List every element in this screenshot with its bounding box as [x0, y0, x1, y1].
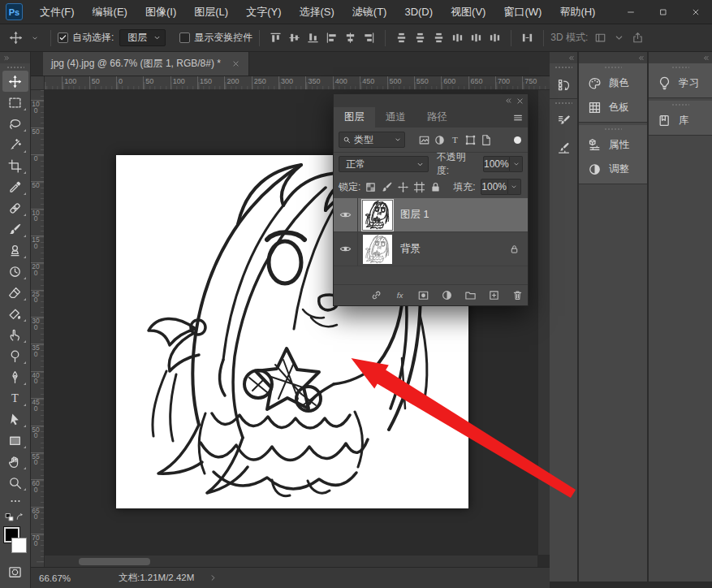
fill-field[interactable]: 100%	[481, 179, 508, 195]
align-horizontal-centers-icon[interactable]	[341, 28, 360, 48]
menu-item-l[interactable]: 图层(L)	[185, 0, 237, 24]
layer-thumbnail[interactable]	[363, 235, 392, 264]
panel-tab-color[interactable]: 颜色	[579, 71, 647, 95]
layer-filter-type-dropdown[interactable]: 类型	[339, 132, 405, 148]
auto-select-checkbox[interactable]	[58, 32, 68, 43]
distribute-vertical-centers-icon[interactable]	[411, 28, 429, 48]
align-left-edges-icon[interactable]	[322, 28, 341, 48]
horizontal-ruler[interactable]: 1005005010015020025030035040045050055060…	[45, 76, 550, 89]
delete-layer-icon[interactable]	[509, 288, 525, 304]
adjustment-layer-icon[interactable]	[438, 288, 455, 304]
filter-toggle-icon[interactable]	[514, 136, 521, 144]
history-brush-tool[interactable]	[2, 261, 28, 282]
document-tab[interactable]: jpg (4).jpg @ 66.7% (图层 1, RGB/8#) *	[43, 52, 249, 76]
align-top-edges-icon[interactable]	[266, 28, 285, 48]
dock-collapse[interactable]	[579, 52, 647, 63]
ruler-corner[interactable]	[31, 76, 45, 89]
layer-mask-icon[interactable]	[415, 288, 431, 304]
quick-mask-button[interactable]	[2, 561, 28, 582]
align-right-edges-icon[interactable]	[360, 28, 378, 48]
layers-panel-empty-area[interactable]	[334, 266, 528, 284]
panel-tab-learn[interactable]: 学习	[649, 71, 712, 95]
lock-transparency-icon[interactable]	[362, 179, 378, 195]
distribute-top-edges-icon[interactable]	[392, 28, 411, 48]
layers-panel-tab[interactable]: 路径	[416, 107, 458, 128]
distribute-left-edges-icon[interactable]	[448, 28, 467, 48]
history-panel-button[interactable]	[550, 71, 577, 98]
link-layers-icon[interactable]	[368, 288, 384, 304]
zoom-level-field[interactable]: 66.67%	[39, 573, 96, 583]
horizontal-scrollbar[interactable]	[45, 555, 537, 567]
hand-tool[interactable]	[2, 451, 28, 472]
menu-item-v[interactable]: 视图(V)	[442, 0, 494, 24]
toolbar-grip[interactable]	[6, 66, 24, 69]
brushes-panel-button[interactable]	[550, 134, 577, 162]
layer-styles-icon[interactable]: fx	[391, 288, 408, 304]
hamburger-icon[interactable]	[512, 112, 524, 123]
chevron-down-icon[interactable]	[25, 28, 44, 48]
visibility-eye-icon[interactable]	[334, 198, 358, 231]
vertical-scrollbar[interactable]	[537, 90, 550, 555]
align-bottom-edges-icon[interactable]	[304, 28, 322, 48]
dock-grip[interactable]	[671, 103, 689, 106]
dock-grip[interactable]	[554, 66, 572, 69]
new-layer-icon[interactable]	[485, 288, 502, 304]
panel-tab-libraries[interactable]: 库	[649, 108, 712, 132]
menu-item-w[interactable]: 窗口(W)	[494, 0, 550, 24]
dock-grip[interactable]	[554, 102, 572, 105]
panel-tab-adjustments[interactable]: 调整	[579, 157, 647, 181]
pixel-layers-icon[interactable]	[416, 132, 432, 148]
panel-tab-swatches[interactable]: 色板	[579, 95, 647, 119]
paint-bucket-tool[interactable]	[2, 303, 28, 324]
vertical-ruler[interactable]: 1005005010015020025030035040045050055060…	[31, 90, 45, 567]
brush-settings-panel-button[interactable]	[550, 106, 577, 134]
lasso-tool[interactable]	[2, 113, 28, 134]
shape-layers-icon[interactable]	[463, 132, 478, 148]
layer-group-icon[interactable]	[462, 288, 478, 304]
brush-tool[interactable]	[2, 218, 28, 240]
menu-item-t[interactable]: 滤镜(T)	[343, 0, 396, 24]
visibility-eye-icon[interactable]	[334, 232, 358, 266]
pen-tool[interactable]	[2, 366, 28, 387]
zoom-tool[interactable]	[2, 472, 28, 493]
eyedropper-tool[interactable]	[2, 176, 28, 197]
edit-toolbar-button[interactable]	[2, 493, 28, 509]
lock-artboard-icon[interactable]	[411, 179, 427, 195]
panel-tab-properties[interactable]: 属性	[579, 132, 647, 157]
layer-row[interactable]: 图层 1	[334, 198, 528, 232]
double-chevron-left-icon[interactable]	[504, 97, 512, 105]
rectangular-marquee-tool[interactable]	[2, 92, 28, 113]
menu-item-s[interactable]: 选择(S)	[290, 0, 343, 24]
menu-item-y[interactable]: 文字(Y)	[237, 0, 290, 24]
lock-all-icon[interactable]	[427, 179, 443, 195]
menu-item-i[interactable]: 图像(I)	[136, 0, 185, 24]
show-transform-checkbox[interactable]	[179, 32, 190, 43]
layer-row[interactable]: 背景	[334, 232, 528, 266]
background-color-swatch[interactable]	[11, 538, 27, 553]
smart-objects-icon[interactable]	[478, 132, 494, 148]
lock-pixels-icon[interactable]	[378, 179, 395, 195]
crop-tool[interactable]	[2, 155, 28, 176]
clone-stamp-tool[interactable]	[2, 240, 28, 261]
lock-position-icon[interactable]	[395, 179, 411, 195]
chevron-right-icon[interactable]	[209, 573, 218, 582]
double-chevron-right-icon[interactable]	[3, 54, 11, 62]
layers-panel-tab[interactable]: 图层	[334, 107, 375, 128]
lock-icon[interactable]	[509, 244, 520, 254]
type-tool[interactable]: T	[2, 387, 28, 409]
menu-item-f[interactable]: 文件(F)	[31, 0, 84, 24]
spot-healing-brush-tool[interactable]	[2, 197, 28, 218]
dock-collapse[interactable]	[649, 52, 712, 63]
auto-select-target-dropdown[interactable]: 图层	[119, 29, 166, 46]
adjustment-layers-icon[interactable]	[432, 132, 447, 148]
dock-collapse[interactable]	[550, 52, 577, 63]
chevron-down-icon[interactable]	[508, 179, 521, 195]
dock-grip[interactable]	[604, 66, 622, 69]
share-icon[interactable]	[628, 28, 647, 48]
maximize-button[interactable]	[647, 0, 680, 24]
default-swap-colors[interactable]	[2, 509, 28, 525]
eraser-tool[interactable]	[2, 282, 28, 303]
horizontal-scrollbar-thumb[interactable]	[79, 558, 150, 565]
menu-item-e[interactable]: 编辑(E)	[84, 0, 136, 24]
path-selection-tool[interactable]	[2, 409, 28, 430]
